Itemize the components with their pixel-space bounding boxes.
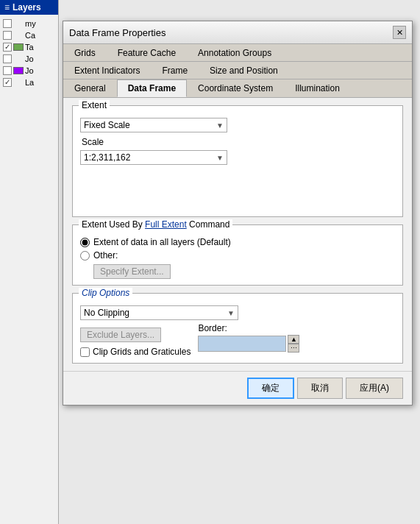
list-item: Ca xyxy=(1,29,57,41)
layer-swatch xyxy=(13,43,24,51)
scale-dropdown[interactable]: 1:2,311,162 ▼ xyxy=(80,150,227,165)
tabs-row-1: Grids Feature Cache Annotation Groups xyxy=(63,44,412,62)
layer-label: Ca xyxy=(25,31,35,40)
layers-icon: ≡ xyxy=(4,2,10,13)
clip-options-section: Clip Options No Clipping ▼ Exclude Layer… xyxy=(72,293,403,364)
clip-dropdown-value: No Clipping xyxy=(84,308,129,318)
tab-illumination[interactable]: Illumination xyxy=(284,79,351,97)
border-up-button[interactable]: ▲ xyxy=(288,335,299,344)
layer-label: Jo xyxy=(25,54,34,63)
specify-extent-button[interactable]: Specify Extent... xyxy=(93,264,171,279)
list-item: ✓ Ta xyxy=(1,41,57,53)
layer-label: La xyxy=(25,78,34,87)
clip-grids-checkbox[interactable] xyxy=(80,347,90,357)
border-edit-button[interactable]: ⋯ xyxy=(288,344,299,353)
layer-checkbox[interactable] xyxy=(3,19,12,28)
layers-list: my Ca ✓ Ta Jo Jo ✓ L xyxy=(0,15,58,91)
tab-frame[interactable]: Frame xyxy=(151,62,199,79)
extent-used-suffix: Command xyxy=(187,219,230,230)
list-item: ✓ La xyxy=(1,77,57,88)
exclude-layers-button[interactable]: Exclude Layers... xyxy=(80,328,161,342)
clip-right: Border: ▲ ⋯ xyxy=(198,323,395,353)
clip-dropdown[interactable]: No Clipping ▼ xyxy=(80,305,238,320)
extent-dropdown[interactable]: Fixed Scale ▼ xyxy=(80,118,227,132)
extent-dropdown-arrow: ▼ xyxy=(216,121,224,130)
extent-legend: Extent xyxy=(79,100,110,110)
radio-row-1: Extent of data in all layers (Default) xyxy=(80,237,395,247)
dialog-title: Data Frame Properties xyxy=(69,27,166,38)
list-item: Jo xyxy=(1,65,57,77)
tab-data-frame[interactable]: Data Frame xyxy=(117,79,187,97)
tabs-row-3: General Data Frame Coordinate System Ill… xyxy=(63,79,412,98)
layers-panel-label: Layers xyxy=(13,2,41,13)
tab-coordinate-system[interactable]: Coordinate System xyxy=(187,79,284,97)
list-item: Jo xyxy=(1,53,57,65)
extent-dropdown-value: Fixed Scale xyxy=(84,120,130,130)
tabs-row-2: Extent Indicators Frame Size and Positio… xyxy=(63,62,412,79)
clip-row: Exclude Layers... Clip Grids and Graticu… xyxy=(80,323,395,357)
layer-checkbox[interactable] xyxy=(3,31,12,40)
dialog-data-frame-properties: Data Frame Properties ✕ Grids Feature Ca… xyxy=(63,21,413,406)
dialog-titlebar: Data Frame Properties ✕ xyxy=(63,21,412,44)
layer-checkbox[interactable]: ✓ xyxy=(3,78,12,87)
layer-label: Jo xyxy=(25,66,34,75)
layer-checkbox[interactable] xyxy=(3,66,12,75)
layers-panel: ≡ Layers my Ca ✓ Ta Jo Jo xyxy=(0,0,59,524)
radio-other-label: Other: xyxy=(93,250,118,261)
tab-annotation-groups[interactable]: Annotation Groups xyxy=(187,44,282,61)
cancel-button[interactable]: 取消 xyxy=(297,378,343,399)
dialog-content: Extent Fixed Scale ▼ Scale 1:2,311,162 ▼… xyxy=(63,98,412,371)
list-item: my xyxy=(1,18,57,29)
extent-used-prefix: Extent Used By xyxy=(82,219,145,230)
clip-grids-row: Clip Grids and Graticules xyxy=(80,347,191,357)
radio-all-layers-label: Extent of data in all layers (Default) xyxy=(93,237,231,247)
border-controls: ▲ ⋯ xyxy=(288,335,299,353)
apply-button[interactable]: 应用(A) xyxy=(346,378,403,399)
tab-size-and-position[interactable]: Size and Position xyxy=(199,62,289,79)
radio-row-2: Other: xyxy=(80,250,395,261)
clip-options-legend: Clip Options xyxy=(79,288,132,298)
clip-left: Exclude Layers... Clip Grids and Graticu… xyxy=(80,323,191,357)
extent-section: Extent Fixed Scale ▼ Scale 1:2,311,162 ▼ xyxy=(72,105,403,217)
full-extent-link[interactable]: Full Extent xyxy=(145,219,187,230)
radio-other[interactable] xyxy=(80,251,90,261)
tab-feature-cache[interactable]: Feature Cache xyxy=(107,44,187,61)
extent-used-section: Extent Used By Full Extent Command Exten… xyxy=(72,224,403,286)
layers-title: ≡ Layers xyxy=(0,0,58,15)
scale-dropdown-value: 1:2,311,162 xyxy=(84,152,130,163)
dialog-close-button[interactable]: ✕ xyxy=(393,26,406,39)
tab-grids[interactable]: Grids xyxy=(63,44,107,61)
layer-swatch xyxy=(13,67,24,74)
layer-label: my xyxy=(25,19,36,28)
layer-checkbox[interactable] xyxy=(3,54,12,63)
layer-checkbox[interactable]: ✓ xyxy=(3,43,12,52)
clip-grids-label: Clip Grids and Graticules xyxy=(93,347,191,357)
scale-label: Scale xyxy=(82,137,395,147)
dialog-footer: 确定 取消 应用(A) xyxy=(63,371,412,405)
tab-general[interactable]: General xyxy=(63,79,117,97)
border-label: Border: xyxy=(198,323,395,333)
clip-dropdown-arrow: ▼ xyxy=(227,309,235,317)
scale-dropdown-arrow: ▼ xyxy=(216,154,224,162)
layer-label: Ta xyxy=(25,43,34,52)
radio-all-layers[interactable] xyxy=(80,238,90,247)
border-color-swatch[interactable] xyxy=(198,336,286,352)
confirm-button[interactable]: 确定 xyxy=(247,378,294,399)
extent-used-legend: Extent Used By Full Extent Command xyxy=(79,219,232,230)
tab-extent-indicators[interactable]: Extent Indicators xyxy=(63,62,151,79)
